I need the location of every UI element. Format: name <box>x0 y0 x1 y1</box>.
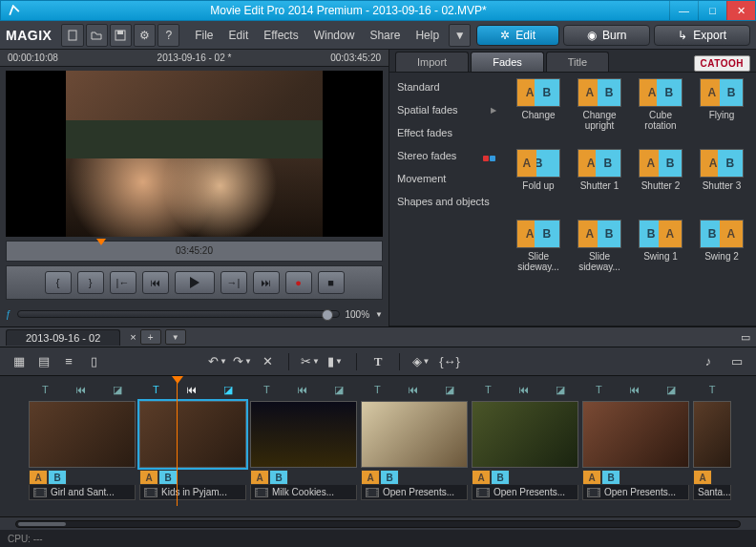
fade-item[interactable]: ABSlide sideway... <box>510 220 567 286</box>
save-project-icon[interactable] <box>110 24 132 47</box>
cat-standard[interactable]: Standard <box>393 80 500 94</box>
cut-button[interactable]: ✂▼ <box>299 351 322 372</box>
multicam-view-icon[interactable]: ▯ <box>82 351 105 372</box>
menu-edit[interactable]: Edit <box>221 29 257 42</box>
preview-video[interactable] <box>6 71 383 237</box>
clip-item[interactable]: T⏮◪ AB Kids in Pyjam... <box>139 380 246 500</box>
redo-button[interactable]: ↷▼ <box>231 351 254 372</box>
fade-item[interactable]: ABCube rotation <box>632 78 689 145</box>
maximize-button[interactable]: □ <box>698 1 726 20</box>
fx-icon[interactable]: ◪ <box>223 384 233 396</box>
prev-edit-button[interactable]: |← <box>110 271 136 294</box>
title-icon[interactable]: T <box>709 384 716 395</box>
fade-item[interactable]: ABShutter 2 <box>632 149 689 216</box>
clip-item[interactable]: T⏮◪ AB Girl and Sant... <box>29 380 136 500</box>
audio-icon[interactable]: ⏮ <box>75 384 86 395</box>
clip-item[interactable]: T⏮◪ AB Open Presents... <box>472 380 578 500</box>
clip-thumbnail[interactable] <box>139 401 246 468</box>
menu-dropdown-icon[interactable]: ▼ <box>449 24 471 47</box>
group-button[interactable]: {↔} <box>438 351 461 372</box>
title-button[interactable]: T <box>367 351 389 372</box>
timeline-settings-icon[interactable]: ▭ <box>725 351 748 372</box>
cat-movement[interactable]: Movement <box>393 172 500 185</box>
fade-item[interactable]: ABSlide sideway... <box>571 220 628 286</box>
clip-thumbnail[interactable] <box>472 401 578 468</box>
clip-thumbnail[interactable] <box>250 401 357 468</box>
mode-edit-button[interactable]: ✲ Edit <box>476 25 559 46</box>
range-start-button[interactable]: { <box>45 271 72 294</box>
fade-item[interactable]: BAFold up <box>510 149 567 216</box>
transition-a-icon[interactable]: A <box>361 470 380 485</box>
menu-help[interactable]: Help <box>408 29 447 42</box>
audio-icon[interactable]: ⏮ <box>297 384 307 395</box>
fade-item[interactable]: ABChange upright <box>571 78 628 145</box>
marker-button[interactable]: ◈▼ <box>410 351 432 372</box>
fade-item[interactable]: ABShutter 1 <box>571 149 628 216</box>
zoom-dropdown-icon[interactable]: ▼ <box>375 310 383 319</box>
cat-effect[interactable]: Effect fades <box>393 126 500 139</box>
menu-effects[interactable]: Effects <box>256 29 305 42</box>
transition-b-icon[interactable]: B <box>380 470 399 485</box>
settings-icon[interactable]: ⚙ <box>134 24 156 47</box>
fade-item[interactable]: ABChange <box>510 78 567 145</box>
transition-a-icon[interactable]: A <box>139 470 158 485</box>
fade-item[interactable]: ABFlying <box>693 78 750 145</box>
mode-burn-button[interactable]: ◉ Burn <box>563 25 650 46</box>
delete-button[interactable]: ✕ <box>256 351 279 372</box>
audio-icon[interactable]: ⏮ <box>408 384 418 395</box>
playhead-icon[interactable] <box>172 376 183 384</box>
title-icon[interactable]: T <box>485 384 492 395</box>
open-project-icon[interactable] <box>86 24 108 47</box>
title-icon[interactable]: T <box>596 384 602 395</box>
clip-item[interactable]: T⏮◪ AB Open Presents... <box>361 380 468 500</box>
clip-thumbnail[interactable] <box>29 401 136 468</box>
transition-b-icon[interactable]: B <box>491 470 510 485</box>
transition-a-icon[interactable]: A <box>29 470 48 485</box>
cat-stereo[interactable]: Stereo fades <box>393 149 500 162</box>
go-end-button[interactable]: ⏭ <box>253 271 280 294</box>
cat-shapes[interactable]: Shapes and objects <box>393 195 500 208</box>
audio-icon[interactable]: ⏮ <box>518 384 529 395</box>
play-button[interactable] <box>175 271 215 294</box>
storyboard-track[interactable]: T⏮◪ AB Girl and Sant... T⏮◪ AB Kids in P… <box>0 376 756 516</box>
add-tab-button[interactable]: + <box>140 329 161 345</box>
transition-a-icon[interactable]: A <box>582 470 601 485</box>
context-help-icon[interactable]: ? <box>158 24 179 47</box>
title-icon[interactable]: T <box>153 384 159 395</box>
horizontal-scrollbar[interactable] <box>15 520 741 528</box>
mixer-icon[interactable]: ♪ <box>697 351 720 372</box>
minimize-button[interactable]: — <box>669 1 698 20</box>
timeline-tab[interactable]: 2013-09-16 - 02 <box>6 329 120 346</box>
fx-icon[interactable]: ◪ <box>666 384 676 396</box>
storyboard-view-icon[interactable]: ▦ <box>8 351 31 372</box>
next-edit-button[interactable]: →| <box>220 271 247 294</box>
fade-item[interactable]: BASwing 1 <box>632 220 689 286</box>
cat-spatial[interactable]: Spatial fades▶ <box>393 103 500 116</box>
mode-export-button[interactable]: ↳ Export <box>654 25 750 46</box>
clip-item[interactable]: T⏮◪ AB Milk Cookies... <box>250 380 357 500</box>
transition-b-icon[interactable]: B <box>601 470 620 485</box>
trim-button[interactable]: ▮▼ <box>324 351 346 372</box>
transition-b-icon[interactable]: B <box>158 470 178 485</box>
new-project-icon[interactable] <box>61 24 83 47</box>
tab-fades[interactable]: Fades <box>471 52 544 72</box>
fx-icon[interactable]: ◪ <box>113 384 122 396</box>
fx-toggle-icon[interactable]: ƒ <box>6 309 11 320</box>
fx-icon[interactable]: ◪ <box>445 384 454 396</box>
playhead-marker-icon[interactable] <box>96 239 106 245</box>
close-tab-icon[interactable]: × <box>130 331 136 343</box>
record-button[interactable]: ● <box>285 271 312 294</box>
audio-icon[interactable]: ⏮ <box>629 384 640 395</box>
scene-view-icon[interactable]: ▤ <box>32 351 55 372</box>
clip-thumbnail[interactable] <box>582 401 689 468</box>
timeline-menu-icon[interactable]: ▭ <box>741 331 750 344</box>
range-end-button[interactable]: } <box>77 271 104 294</box>
transition-a-icon[interactable]: A <box>472 470 491 485</box>
clip-item[interactable]: T A Santa... <box>693 380 731 500</box>
undo-button[interactable]: ↶▼ <box>206 351 229 372</box>
transition-a-icon[interactable]: A <box>250 470 269 485</box>
tab-dropdown-button[interactable]: ▼ <box>165 329 186 345</box>
stop-button[interactable]: ■ <box>318 271 345 294</box>
fade-item[interactable]: BASwing 2 <box>693 220 750 286</box>
timeline-view-icon[interactable]: ≡ <box>57 351 80 372</box>
